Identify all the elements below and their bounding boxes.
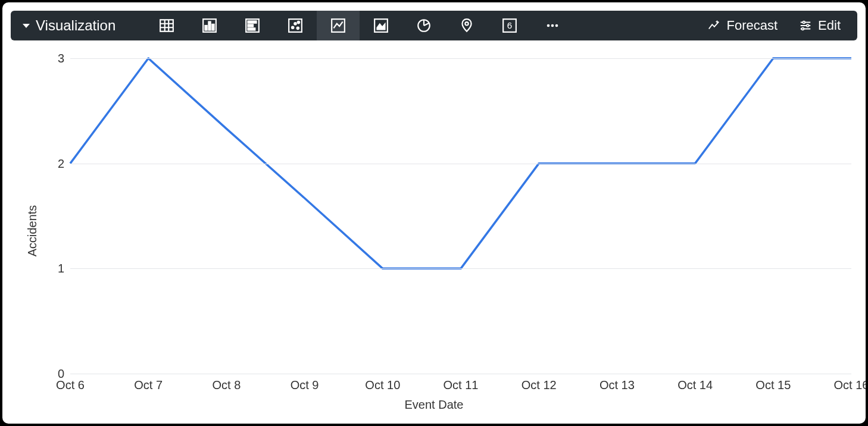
- svg-point-33: [802, 28, 804, 30]
- x-tick-label: Oct 13: [600, 378, 635, 392]
- pie-icon[interactable]: [402, 11, 445, 40]
- grid-line: [70, 58, 851, 59]
- svg-point-14: [292, 27, 294, 29]
- grid-line: [70, 268, 851, 269]
- svg-rect-13: [289, 19, 302, 32]
- edit-label: Edit: [818, 18, 841, 33]
- visualization-panel: Visualization: [2, 2, 866, 424]
- x-tick-label: Oct 6: [56, 378, 85, 392]
- svg-point-31: [807, 24, 809, 27]
- x-tick-label: Oct 10: [365, 378, 400, 392]
- svg-rect-7: [209, 22, 211, 30]
- area-icon[interactable]: [360, 11, 402, 40]
- x-tick-label: Oct 15: [755, 378, 791, 392]
- svg-rect-10: [248, 21, 257, 23]
- svg-rect-6: [205, 26, 207, 30]
- toolbar-title: Visualization: [36, 17, 115, 34]
- bar-icon[interactable]: [231, 11, 274, 40]
- svg-rect-8: [213, 24, 214, 30]
- x-tick-label: Oct 9: [291, 378, 319, 392]
- forecast-icon: [707, 19, 720, 32]
- map-icon[interactable]: [445, 11, 488, 40]
- x-tick-label: Oct 8: [212, 378, 241, 392]
- visualization-toolbar: Visualization: [11, 11, 857, 40]
- svg-marker-20: [377, 23, 386, 30]
- y-tick-label: 2: [58, 156, 64, 170]
- svg-point-16: [297, 27, 299, 29]
- plot-region[interactable]: 0123Oct 6Oct 7Oct 8Oct 9Oct 10Oct 11Oct …: [70, 58, 851, 374]
- svg-point-15: [295, 23, 296, 24]
- grid-line: [70, 374, 851, 374]
- svg-point-25: [547, 24, 550, 27]
- sliders-icon: [799, 19, 812, 32]
- grid-line: [70, 164, 851, 164]
- column-icon[interactable]: [188, 11, 231, 40]
- x-tick-label: Oct 14: [677, 378, 713, 392]
- caret-down-icon: [23, 24, 30, 28]
- svg-point-22: [466, 22, 469, 25]
- svg-rect-12: [248, 28, 255, 30]
- chart-type-icons: 6: [145, 11, 574, 40]
- edit-button[interactable]: Edit: [788, 11, 851, 40]
- line-icon[interactable]: [317, 11, 360, 40]
- svg-point-17: [298, 21, 299, 23]
- scatter-icon[interactable]: [274, 11, 317, 40]
- svg-point-29: [803, 21, 805, 24]
- svg-point-26: [551, 24, 554, 27]
- y-tick-label: 1: [58, 262, 64, 275]
- visualization-dropdown[interactable]: Visualization: [17, 17, 121, 34]
- x-tick-label: Oct 16: [834, 378, 866, 392]
- x-tick-label: Oct 11: [444, 378, 479, 392]
- y-axis-label: Accidents: [26, 205, 39, 257]
- svg-rect-0: [160, 20, 173, 32]
- forecast-button[interactable]: Forecast: [697, 11, 788, 40]
- more-icon[interactable]: [531, 11, 574, 40]
- forecast-label: Forecast: [726, 18, 778, 33]
- x-tick-label: Oct 12: [522, 378, 557, 392]
- svg-point-27: [555, 24, 558, 27]
- x-axis-label: Event Date: [405, 398, 464, 412]
- chart-area: Accidents Event Date 0123Oct 6Oct 7Oct 8…: [11, 46, 857, 415]
- x-tick-label: Oct 7: [134, 378, 163, 392]
- line-series: [70, 58, 851, 374]
- single-value-icon[interactable]: 6: [488, 11, 531, 40]
- svg-text:6: 6: [507, 20, 512, 30]
- y-tick-label: 3: [58, 52, 64, 65]
- svg-rect-11: [248, 24, 254, 26]
- table-icon[interactable]: [145, 11, 188, 40]
